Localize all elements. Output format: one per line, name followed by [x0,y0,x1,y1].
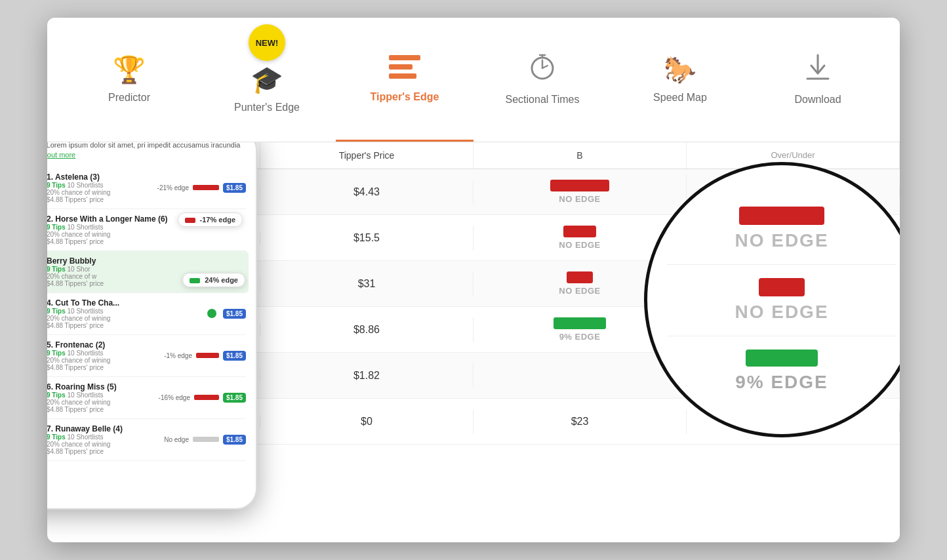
timer-icon [528,52,557,87]
trophy-icon: 🏆 [113,54,146,85]
price-cell: $4.43 [260,180,474,205]
horse-row-astelena: 🦺 1. Astelena (3) 9 Tips 10 Shortlists 2… [47,167,246,209]
header-b: B [474,142,687,169]
horse-edge-area: -21% edge $1.85 [157,183,246,193]
edge-label: 9% EDGE [559,332,601,342]
svg-rect-1 [389,64,413,70]
browser-window: 🏆 Predictor NEW! 🎓 Punter's Edge Tipper'… [47,18,900,542]
horse-edge-area: -1% edge $1.85 [164,351,246,361]
mag-bar-green [746,350,818,367]
svg-rect-2 [389,73,416,79]
edge-label: NO EDGE [559,240,600,250]
horse-row-roaring-miss: 🎪 6. Roaring Miss (5) 9 Tips 10 Shortlis… [47,377,246,419]
edge-bar-green [554,317,606,329]
price-cell: $0 [260,409,474,434]
tab-predictor-label: Predictor [108,92,150,104]
tab-punters-edge-label: Punter's Edge [234,102,300,113]
edge-text: No edge [164,436,189,443]
tab-download[interactable]: Download [749,18,887,142]
horse-info: 5. Frontenac (2) 9 Tips 10 Shortlists 20… [47,340,164,371]
download-icon [803,52,832,87]
horse-info: 1. Astelena (3) 9 Tips 10 Shortlists 20%… [47,172,157,203]
horse-stats: 9 Tips 10 Shortlists [47,308,207,315]
mini-bar-red [193,185,219,190]
tab-speed-map[interactable]: 🐎 Speed Map [611,18,749,142]
horse-edge-area: No edge $1.85 [164,435,246,445]
horse-stats: 9 Tips 10 Shor [47,266,246,273]
horse-stats: 9 Tips 10 Shortlists [47,391,159,399]
mag-label-no-edge-2: NO EDGE [735,302,828,323]
header-tippers-price: Tipper's Price [260,142,474,169]
horse-name: 6. Roaring Miss (5) [47,382,159,391]
tab-tippers-edge[interactable]: Tipper's Edge [336,18,474,142]
tab-sectional-times[interactable]: Sectional Times [474,18,611,142]
horse-tippers-price: $4.88 Tippers' price [47,196,157,203]
mag-label-no-edge-1: NO EDGE [735,230,828,251]
mag-bar-small-red [759,278,805,296]
horse-price-info: 20% chance of wining [47,231,246,238]
horse-info: 6. Roaring Miss (5) 9 Tips 10 Shortlists… [47,382,159,413]
mini-bar-red [196,353,219,358]
horse-price-info: 20% chance of wining [47,441,164,448]
edge-bar-red [563,226,596,237]
horse-name: 4. Cut To The Cha... [47,298,207,308]
horse-stats: 9 Tips 10 Shortlists [47,350,164,357]
main-content: Tipper's Price B Over/Under $4.43 NO EDG… [47,142,900,542]
tippers-icon [389,55,420,85]
horse-row-frontenac: 👕 5. Frontenac (2) 9 Tips 10 Shortlists … [47,335,246,377]
mag-bar-large-red [739,207,824,225]
horse-tippers-price: $4.88 Tippers' price [47,364,164,371]
tab-tippers-edge-label: Tipper's Edge [371,91,439,103]
edge-text: -21% edge [157,184,189,191]
horse-icon: 🐎 [664,54,696,85]
horse-tippers-price: $4.88 Tippers' price [47,322,207,329]
price-badge: $1.85 [223,309,246,319]
horse-tippers-price: $4.88 Tippers' price [47,448,164,455]
horse-stats: 9 Tips 10 Shortlists [47,433,164,441]
mini-bar-neutral [193,437,219,442]
magnifier-row-2: NO EDGE [667,265,897,336]
horse-name: 7. Runaway Belle (4) [47,424,164,433]
price-badge: $1.85 [223,435,246,445]
edge-label: NO EDGE [559,194,600,204]
price-cell: $1.82 [260,363,474,388]
tab-punters-edge[interactable]: NEW! 🎓 Punter's Edge [198,18,336,142]
horse-tippers-price: $4.88 Tippers' price [47,406,159,413]
edge-bar-red [550,180,609,191]
mini-bar-red [194,395,219,400]
b-price-cell: $23 [474,409,687,434]
price-cell: $15.5 [260,226,474,250]
horse-stats: 9 Tips 10 Shortlists [47,182,157,189]
phone-overlay: percipit. Lorem ipsum dolor sit amet, pr… [47,142,257,510]
new-badge: NEW! [249,24,285,61]
phone-info-text: percipit. Lorem ipsum dolor sit amet, pr… [47,142,246,161]
horse-edge-area: $1.85 [207,309,246,319]
green-dot [207,309,216,318]
horse-row-2: 🎯 2. Horse With a Longer Name (6) 9 Tips… [47,209,246,251]
horse-price-info: 20% chance of wining [47,315,207,322]
magnifier-row-3: 9% EDGE [667,336,897,406]
magnifier-content: NO EDGE NO EDGE 9% EDGE [647,165,900,434]
edge-cell: $ [474,365,687,387]
nav-bar: 🏆 Predictor NEW! 🎓 Punter's Edge Tipper'… [47,18,900,142]
tab-sectional-times-label: Sectional Times [506,94,580,106]
horse-price-info: 20% chance of wining [47,399,159,406]
price-badge: $1.85 [223,393,246,403]
edge-tooltip-green: 24% edge [182,273,245,287]
edge-label: NO EDGE [559,286,600,296]
price-cell: $8.86 [260,317,474,342]
horse-name-berry-bubbly: Berry Bubbly [47,256,246,266]
edge-text: -16% edge [159,394,190,401]
horse-price-info: 20% chance of wining [47,357,164,364]
magnifier-row-1: NO EDGE [667,193,897,265]
horse-info: 7. Runaway Belle (4) 9 Tips 10 Shortlist… [47,424,164,455]
horse-tippers-price: $4.88 Tippers' price [47,238,246,245]
graduation-icon: 🎓 [251,64,283,95]
find-out-more-link[interactable]: Find out more [47,151,75,159]
horse-name: 5. Frontenac (2) [47,340,164,350]
tab-download-label: Download [794,94,841,106]
tab-predictor[interactable]: 🏆 Predictor [60,18,198,142]
price-badge: $1.85 [223,183,246,193]
phone-content: percipit. Lorem ipsum dolor sit amet, pr… [47,142,256,508]
edge-cell: NO EDGE [474,174,687,209]
